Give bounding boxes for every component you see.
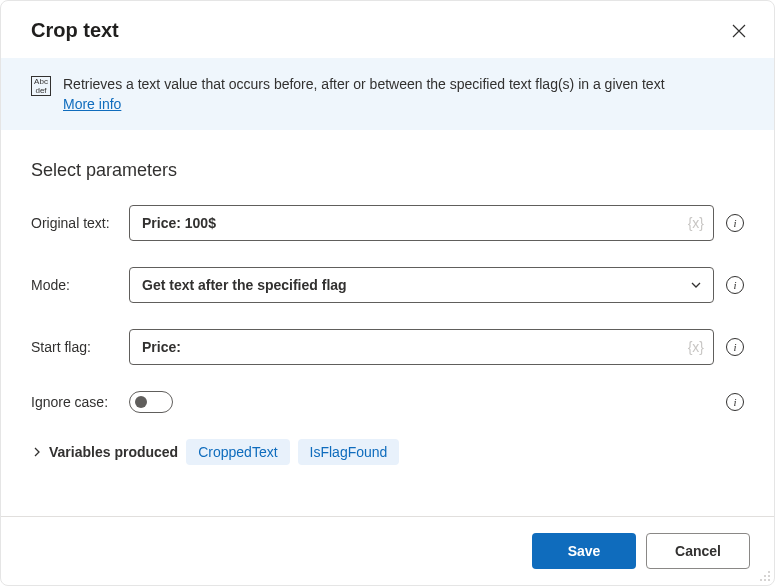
section-title: Select parameters [31,160,744,181]
chevron-right-icon [31,446,43,458]
original-text-label: Original text: [31,215,129,231]
info-banner: Abc def Retrieves a text value that occu… [1,58,774,130]
text-abc-icon: Abc def [31,76,51,96]
chevron-down-icon [690,279,702,291]
svg-point-5 [768,579,770,581]
description-text: Retrieves a text value that occurs befor… [63,76,665,92]
mode-select-wrap: Get text after the specified flag [129,267,714,303]
variable-picker-icon[interactable]: {x} [688,339,704,355]
mode-select[interactable]: Get text after the specified flag [129,267,714,303]
mode-label: Mode: [31,277,129,293]
resize-grip-icon[interactable] [759,570,771,582]
start-flag-input[interactable] [129,329,714,365]
svg-point-2 [768,575,770,577]
variable-chip-croppedtext[interactable]: CroppedText [186,439,289,465]
dialog-body: Select parameters Original text: {x} i M… [1,130,774,516]
variables-label: Variables produced [49,444,178,460]
crop-text-dialog: Crop text Abc def Retrieves a text value… [0,0,775,586]
dialog-header: Crop text [1,1,774,58]
row-original-text: Original text: {x} i [31,205,744,241]
cancel-button[interactable]: Cancel [646,533,750,569]
info-icon[interactable]: i [726,276,744,294]
row-mode: Mode: Get text after the specified flag … [31,267,744,303]
close-icon [732,24,746,38]
info-icon[interactable]: i [726,393,744,411]
original-text-field-wrap: {x} [129,205,714,241]
close-button[interactable] [728,20,750,42]
ignore-case-toggle[interactable] [129,391,173,413]
banner-text: Retrieves a text value that occurs befor… [63,74,665,114]
row-start-flag: Start flag: {x} i [31,329,744,365]
svg-point-4 [764,579,766,581]
svg-point-3 [760,579,762,581]
start-flag-label: Start flag: [31,339,129,355]
variables-expander[interactable]: Variables produced [31,444,178,460]
row-ignore-case: Ignore case: i [31,391,744,413]
info-icon[interactable]: i [726,338,744,356]
variable-picker-icon[interactable]: {x} [688,215,704,231]
mode-value: Get text after the specified flag [142,277,347,293]
start-flag-field-wrap: {x} [129,329,714,365]
original-text-input[interactable] [129,205,714,241]
variable-chip-isflagfound[interactable]: IsFlagFound [298,439,400,465]
more-info-link[interactable]: More info [63,96,121,112]
dialog-footer: Save Cancel [1,516,774,585]
dialog-title: Crop text [31,19,119,42]
toggle-knob [135,396,147,408]
svg-point-0 [768,571,770,573]
save-button[interactable]: Save [532,533,636,569]
svg-point-1 [764,575,766,577]
variables-produced-row: Variables produced CroppedText IsFlagFou… [31,439,744,465]
info-icon[interactable]: i [726,214,744,232]
ignore-case-label: Ignore case: [31,394,129,410]
